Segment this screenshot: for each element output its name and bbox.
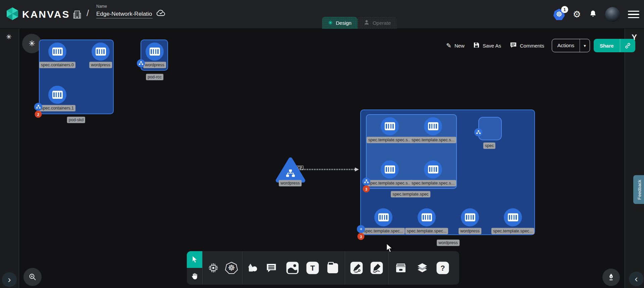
node-label: wordpress [89,62,112,68]
tab-design[interactable]: ✳ Design [322,17,358,29]
group-pod-rcc[interactable]: wordpress pod-rcc [141,40,168,71]
comment-tool[interactable] [266,263,277,273]
node-label: wordpress [279,180,302,187]
hierarchy-icon[interactable] [34,103,42,111]
kubernetes-tool[interactable]: ☸ [225,262,238,274]
share-link-icon[interactable] [620,43,635,49]
hand-icon [191,272,199,280]
error-badge[interactable]: 3 [363,186,370,193]
node-spec-containers-1[interactable] [48,86,66,104]
comment-icon [266,263,277,273]
node-pod-0[interactable] [374,208,392,226]
right-rail: Y Feedback ‹ [625,29,644,288]
node-wordpress-container[interactable] [92,43,110,61]
drawer-icon [395,263,407,273]
pencil-tool[interactable] [371,262,383,274]
actions-divider [580,39,580,52]
notifications-bell-icon[interactable] [589,10,597,19]
circuit-icon [208,263,219,273]
zoom-button[interactable] [23,268,42,286]
comments-label: Comments [520,43,544,49]
note-tool[interactable] [327,262,339,274]
pen-nib-icon [607,273,615,282]
container-icon [422,213,432,221]
text-tool[interactable]: T [307,262,319,274]
flower-icon: ✳ [29,39,35,48]
left-rail: ✳ › [0,29,19,288]
image-tool[interactable] [286,262,299,274]
brand-title: KANVAS [22,9,70,20]
hierarchy-icon[interactable] [362,177,370,186]
node-template-container-1[interactable] [424,117,442,135]
cloud-sync-icon[interactable] [156,9,166,18]
comments-button[interactable]: Comments [510,42,544,49]
node-pod-1[interactable] [418,208,436,226]
node-template-container-0[interactable] [381,117,399,135]
node-spec-containers-0[interactable] [48,43,66,61]
pan-tool[interactable] [187,268,202,285]
layers-icon [417,263,428,273]
actions-button[interactable]: Actions ▾ [552,39,590,52]
collapse-panel-button[interactable]: ‹ [629,272,644,286]
design-name-input[interactable] [96,10,153,18]
cursor-icon [192,256,198,263]
k8s-context-switcher[interactable]: ☸ 1 [553,9,565,20]
node-wordpress-container[interactable] [146,43,164,61]
layers-tool[interactable] [417,263,428,273]
node-pod-2[interactable] [461,208,479,226]
group-deployment-wordpress[interactable]: spec.template.spec.s... spec.template.sp… [360,110,535,235]
node-template-container-3[interactable] [424,160,442,178]
group-pod-skd[interactable]: spec.containers.0 wordpress spec.contain… [39,40,114,114]
pen-tool[interactable] [351,262,363,274]
drawer-tool[interactable] [395,263,407,273]
node-pod-3[interactable] [504,208,522,226]
menu-hamburger-icon[interactable] [628,11,639,18]
node-spec[interactable] [478,117,502,140]
name-label: Name [96,4,153,9]
settings-gear-icon[interactable]: ⚙ [573,9,581,20]
group-label: pod-skd [67,117,85,123]
app-window: KANVAS / Name ✳ [0,0,644,288]
error-badge[interactable]: 2 [35,111,42,118]
shapes-icon [247,263,258,273]
save-as-button[interactable]: Save As [473,42,501,49]
mode-tabs: ✳ Design Operate [322,17,397,29]
hierarchy-icon[interactable] [474,128,482,136]
actions-caret-icon[interactable]: ▾ [580,43,590,48]
hierarchy-icon[interactable] [137,59,145,67]
container-icon [150,48,160,56]
new-button[interactable]: ✎ New [446,42,465,50]
container-icon [428,122,438,130]
pencil-icon: ✎ [446,42,451,50]
sync-pinwheel-icon[interactable]: ✳ [6,33,12,41]
design-actions-bar: ✎ New Save As [446,39,635,52]
tab-operate[interactable]: Operate [358,17,397,29]
components-tool[interactable] [208,263,219,273]
error-badge[interactable]: 3 [358,233,365,240]
expand-panel-button[interactable]: › [2,272,17,287]
user-avatar[interactable] [605,7,620,22]
node-label: spec.template.spec.s... [367,180,413,187]
node-label: spec.template.spec.s... [410,137,456,143]
share-button[interactable]: Share [594,39,635,52]
kanvas-logo-icon [6,7,19,22]
service-edge[interactable] [301,169,356,170]
node-label: spec.template.spec... [362,228,405,234]
group-label: wordpress [437,240,460,246]
feedback-tab[interactable]: Feedback [633,175,644,204]
operate-tab-icon [364,19,370,26]
group-label: pod-rcc [146,74,163,80]
help-tool[interactable]: ? [437,262,449,274]
container-icon [385,122,395,130]
shapes-tool[interactable] [247,263,258,273]
select-tool[interactable] [187,251,202,268]
node-label: spec.containers.0 [39,62,75,68]
ink-pen-button[interactable] [602,269,620,286]
group-spec-template-spec[interactable]: spec.template.spec.s... spec.template.sp… [366,114,457,189]
swirl-icon[interactable]: ✳ [357,225,365,233]
node-template-container-2[interactable] [381,160,399,178]
container-icon [52,48,63,56]
organization-icon[interactable] [73,10,81,20]
design-name-field: Name [96,4,153,18]
brand[interactable]: KANVAS [6,7,70,22]
